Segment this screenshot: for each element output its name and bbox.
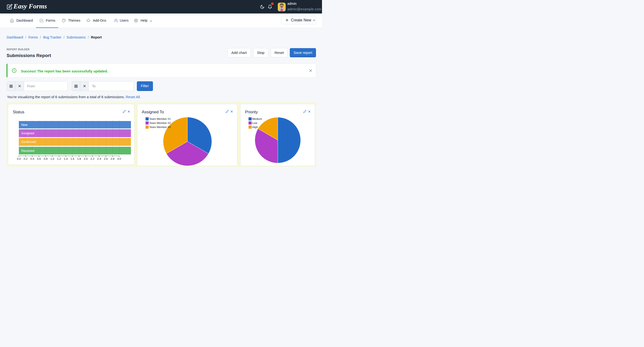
svg-text:Resolved: Resolved [22,149,34,152]
svg-text:Medium: Medium [252,117,262,120]
svg-text:3.0: 3.0 [117,157,121,160]
svg-text:2.6: 2.6 [104,157,108,160]
svg-text:1.8: 1.8 [77,157,81,160]
svg-text:2.2: 2.2 [90,157,94,160]
svg-text:1.0: 1.0 [50,157,54,160]
svg-text:2.4: 2.4 [97,157,101,160]
svg-text:0.6: 0.6 [37,157,41,160]
svg-text:Team Member #3: Team Member #3 [149,126,170,129]
svg-text:1.4: 1.4 [64,157,68,160]
svg-text:0.2: 0.2 [24,157,28,160]
svg-text:0.8: 0.8 [44,157,48,160]
svg-text:1.6: 1.6 [70,157,74,160]
svg-text:Confirmed: Confirmed [22,140,36,144]
svg-text:0.0: 0.0 [17,157,21,160]
svg-text:0.4: 0.4 [30,157,34,160]
svg-text:High: High [252,126,258,129]
svg-text:1.2: 1.2 [57,157,61,160]
svg-text:2.8: 2.8 [110,157,114,160]
svg-text:Low: Low [252,122,258,124]
svg-text:Team Member #1: Team Member #1 [149,117,170,120]
svg-text:Team Member #2: Team Member #2 [149,122,170,124]
svg-text:New: New [22,123,28,126]
svg-text:Assigned: Assigned [22,131,34,135]
svg-text:2.0: 2.0 [84,157,88,160]
